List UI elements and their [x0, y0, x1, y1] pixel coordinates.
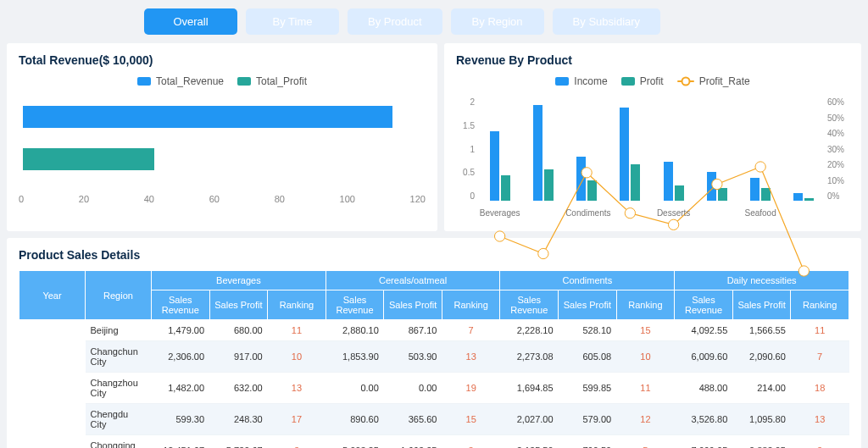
cell-value: 5,003.25: [326, 435, 384, 449]
tab-by-region[interactable]: By Region: [451, 8, 544, 35]
col-sub[interactable]: Sales Profit: [384, 290, 442, 320]
total-revenue-legend: Total_Revenue Total_Profit: [19, 75, 426, 87]
cell-region: Beijing: [86, 320, 152, 341]
cell-value: 680.00: [209, 320, 268, 341]
svg-point-1: [538, 248, 548, 258]
col-sub[interactable]: Ranking: [268, 290, 326, 320]
tab-by-product[interactable]: By Product: [348, 8, 442, 35]
cell-value: 0.00: [384, 373, 442, 404]
bar-total-revenue[interactable]: [23, 106, 392, 128]
cell-value: 503.90: [384, 341, 442, 373]
cell-value: 890.60: [326, 404, 384, 435]
col-year[interactable]: Year: [19, 271, 86, 320]
col-group[interactable]: Cereals/oatmeal: [326, 271, 500, 290]
col-region[interactable]: Region: [86, 271, 152, 320]
cell-year: [19, 320, 86, 449]
svg-point-0: [494, 231, 504, 241]
cell-value: 632.00: [209, 373, 268, 404]
cell-region: Changchun City: [86, 341, 152, 373]
legend-total-revenue[interactable]: Total_Revenue: [137, 75, 224, 87]
svg-point-2: [581, 168, 592, 178]
cell-rank: 13: [268, 373, 326, 404]
svg-point-7: [798, 266, 809, 276]
cell-rank: 3: [268, 435, 326, 449]
col-sub[interactable]: Sales Revenue: [152, 290, 210, 320]
svg-point-4: [668, 219, 678, 230]
revenue-by-product-title: Revenue By Product: [456, 53, 849, 67]
cell-value: 2,880.10: [326, 320, 384, 341]
tab-by-subsidiary[interactable]: By Subsidiary: [553, 8, 660, 35]
legend-income[interactable]: Income: [555, 75, 607, 87]
cell-value: 917.00: [209, 341, 268, 373]
col-sub[interactable]: Sales Revenue: [326, 290, 384, 320]
cell-value: 1,479.00: [152, 320, 210, 341]
cell-value: 12,451.67: [152, 435, 210, 449]
col-sub[interactable]: Sales Profit: [209, 290, 268, 320]
tab-overall[interactable]: Overall: [144, 8, 237, 35]
revenue-by-product-legend: Income Profit Profit_Rate: [456, 75, 849, 87]
cell-value: 5,730.67: [209, 435, 268, 449]
cell-value: 599.30: [152, 404, 210, 435]
cell-value: 248.30: [209, 404, 268, 435]
bar-total-profit[interactable]: [23, 148, 154, 170]
total-revenue-title: Total Revenue($ 10,000): [19, 53, 426, 67]
cell-value: 1,482.00: [152, 373, 210, 404]
col-group[interactable]: Beverages: [152, 271, 326, 290]
cell-value: 867.10: [384, 320, 442, 341]
cell-rank: 10: [268, 341, 326, 373]
legend-profit-rate[interactable]: Profit_Rate: [677, 75, 750, 87]
tab-by-time[interactable]: By Time: [246, 8, 339, 35]
legend-total-profit[interactable]: Total_Profit: [237, 75, 307, 87]
cell-region: Chongqing City: [86, 435, 152, 449]
legend-profit[interactable]: Profit: [621, 75, 664, 87]
cell-region: Changzhou City: [86, 373, 152, 404]
cell-value: 1,853.90: [326, 341, 384, 373]
cell-value: 365.60: [384, 404, 442, 435]
svg-point-5: [712, 179, 722, 189]
revenue-by-product-panel: Revenue By Product Income Profit Profit_…: [444, 43, 861, 231]
revenue-by-product-chart: 21.510.50 60%50%40%30%20%10%0% Beverages…: [456, 94, 849, 221]
cell-value: 1,663.25: [384, 435, 442, 449]
cell-rank: 17: [268, 404, 326, 435]
total-revenue-panel: Total Revenue($ 10,000) Total_Revenue To…: [7, 43, 437, 231]
cell-value: 0.00: [326, 373, 384, 404]
total-revenue-chart: 020406080100120: [19, 94, 426, 204]
cell-region: Chengdu City: [86, 404, 152, 435]
cell-rank: 11: [268, 320, 326, 341]
cell-value: 2,306.00: [152, 341, 210, 373]
svg-point-6: [755, 162, 765, 172]
